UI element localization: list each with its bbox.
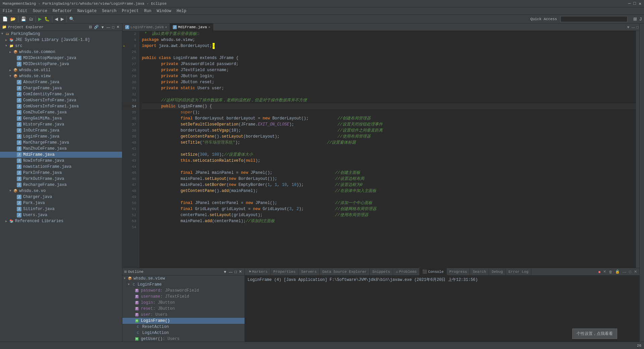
- outline-item-loginframe-method[interactable]: m LoginFrame(): [122, 318, 245, 324]
- tree-item-common[interactable]: ▶ 📦 whsdu.se.common: [0, 49, 122, 55]
- close-btn[interactable]: ✕: [639, 1, 641, 6]
- minimize-btn[interactable]: —: [628, 1, 631, 6]
- tab-problems[interactable]: ⚠ Problems: [393, 268, 420, 276]
- maximize-btn[interactable]: □: [633, 1, 636, 6]
- tree-item-parkin[interactable]: J ParkInFrame.java: [0, 170, 122, 176]
- tree-item-mdiframe[interactable]: J MdiFrame.java: [0, 152, 122, 158]
- outline-item-user[interactable]: f user : Users: [122, 312, 245, 318]
- outline-item-class[interactable]: ▼ C LoginFrame: [122, 282, 245, 288]
- menu-project[interactable]: Project: [119, 8, 141, 14]
- link-btn[interactable]: 🔗: [93, 25, 99, 29]
- console-stop[interactable]: ■: [597, 269, 602, 275]
- tree-item-mdidesktopmanager[interactable]: J MDIDesktopManager.java: [0, 55, 122, 61]
- toolbar-save-all[interactable]: 🗂: [28, 16, 34, 22]
- tree-item-vo[interactable]: ▼ 📦 whsdu.se.vo: [0, 188, 122, 194]
- tree-item-manzhuce[interactable]: J ManZhuCeFrame.java: [0, 146, 122, 152]
- console-terminate[interactable]: ✕: [602, 269, 607, 275]
- outline-item-getuser[interactable]: m getUser() : Users: [122, 336, 245, 342]
- menu-window[interactable]: Window: [154, 8, 174, 14]
- tab-search[interactable]: Search: [470, 268, 489, 276]
- tab-debug[interactable]: Debug: [489, 268, 506, 276]
- outline-item-loginaction[interactable]: C LoginAction: [122, 330, 245, 336]
- tree-item-genggai[interactable]: J GengGaiMiMa.java: [0, 115, 122, 121]
- outline-item-username[interactable]: f username : JTextField: [122, 294, 245, 300]
- menu-refactor[interactable]: Refactor: [50, 8, 75, 14]
- tab-properties[interactable]: Properties: [271, 268, 299, 276]
- tree-item-aboutframe[interactable]: J AboutFrame.java: [0, 79, 122, 85]
- code-content[interactable]: * 该ui类用于显示登录面板□ package whsdu.se.view; i…: [139, 31, 636, 268]
- tab-close[interactable]: ✕: [208, 25, 210, 29]
- tree-item-src[interactable]: ▼ 📁 src: [0, 43, 122, 49]
- minimize-editor[interactable]: —: [631, 24, 636, 30]
- tab-snippets[interactable]: Snippets: [370, 268, 393, 276]
- outline-item-login[interactable]: f login : JButton: [122, 300, 245, 306]
- toolbar-perspectives[interactable]: ⊞: [632, 16, 638, 22]
- console-close[interactable]: ✕: [633, 269, 638, 275]
- tree-item-nowstation[interactable]: J nowstationFrame.java: [0, 164, 122, 170]
- outline-item-reset[interactable]: f reset : JButton: [122, 306, 245, 312]
- tree-item-comidentityframe[interactable]: J ComIdentityFrame.java: [0, 91, 122, 97]
- outline-item-password[interactable]: f password : JPasswordField: [122, 288, 245, 294]
- outline-view-menu[interactable]: ▼: [222, 269, 227, 274]
- collapse-all-btn[interactable]: ⊟: [88, 25, 93, 29]
- tree-item-comusers[interactable]: J ComUsersInfoFrame.java: [0, 97, 122, 103]
- toolbar-forward[interactable]: ▶: [60, 16, 65, 22]
- menu-help[interactable]: Help: [174, 8, 189, 14]
- toolbar-run[interactable]: ▶: [37, 16, 43, 22]
- toolbar-save[interactable]: 💾: [20, 16, 27, 22]
- tab-datasource[interactable]: Data Source Explorer: [320, 268, 370, 276]
- tree-item-mancharge[interactable]: J ManChargeFrame.java: [0, 140, 122, 146]
- tree-item-comzhuce[interactable]: J ComZhuCeFrame.java: [0, 109, 122, 115]
- menu-file[interactable]: File: [0, 8, 15, 14]
- tab-view-menu[interactable]: ▼: [626, 24, 631, 30]
- bottom-notification[interactable]: 个性设置，点我看看: [572, 329, 617, 339]
- toolbar-search[interactable]: 🔍: [68, 16, 75, 22]
- console-clear[interactable]: 🗑: [608, 269, 613, 275]
- tree-item-parkingswing[interactable]: ▼ 🗂 ParkingSwing: [0, 31, 122, 37]
- menu-run[interactable]: Run: [142, 8, 154, 14]
- close-panel-btn[interactable]: ✕: [116, 25, 120, 29]
- tree-item-jre[interactable]: ▶ 📚 JRE System Library [JavaSE-1.8]: [0, 37, 122, 43]
- outline-minimize[interactable]: —: [228, 269, 233, 274]
- tree-item-history[interactable]: J HistoryFrame.java: [0, 121, 122, 128]
- tab-progress[interactable]: Progress: [447, 268, 470, 276]
- menu-search[interactable]: Search: [99, 8, 119, 14]
- toolbar-back[interactable]: ◀: [54, 16, 59, 22]
- window-controls[interactable]: — □ ✕: [628, 1, 641, 6]
- view-menu-btn[interactable]: ▼: [100, 25, 105, 29]
- vertical-scrollbar[interactable]: [636, 31, 639, 268]
- toolbar-open[interactable]: 📂: [9, 16, 17, 22]
- tree-item-util[interactable]: ▶ 📦 whsdu.se.util: [0, 67, 122, 73]
- tree-item-loginframe[interactable]: J LoginFrame.java: [0, 134, 122, 140]
- toolbar-new[interactable]: 📄: [1, 16, 9, 22]
- tree-item-nowinfo[interactable]: J NowInfoFrame.java: [0, 158, 122, 164]
- maximize-panel-btn[interactable]: □: [111, 25, 115, 29]
- minimize-panel-btn[interactable]: —: [106, 25, 111, 29]
- tree-item-reflibs[interactable]: ▶ 📚 Referenced Libraries: [0, 218, 122, 224]
- tree-item-comusers1[interactable]: J ComUsersInfoFrame1.java: [0, 103, 122, 109]
- console-minimize[interactable]: —: [622, 269, 627, 275]
- toolbar-perspective-java[interactable]: J: [639, 16, 643, 22]
- tab-close[interactable]: ✕: [165, 25, 167, 29]
- tab-console[interactable]: ⬛ Console: [420, 268, 446, 276]
- menu-navigate[interactable]: Navigate: [74, 8, 99, 14]
- tree-item-charger[interactable]: J Charger.java: [0, 194, 122, 200]
- tab-loginframe[interactable]: J LoginFrame.java ✕: [122, 23, 170, 31]
- tree-item-users[interactable]: J Users.java: [0, 212, 122, 218]
- menu-source[interactable]: Source: [30, 8, 50, 14]
- outline-item-pkg[interactable]: ▼ 📦 whsdu.se.view: [122, 276, 245, 282]
- tree-item-chargeframe[interactable]: J ChargeFrame.java: [0, 85, 122, 91]
- tree-item-park[interactable]: J Park.java: [0, 200, 122, 206]
- toolbar-debug[interactable]: 🐛: [43, 16, 51, 22]
- outline-close[interactable]: ✕: [238, 269, 243, 274]
- maximize-editor[interactable]: □: [636, 24, 639, 30]
- tab-errorlog[interactable]: Error Log: [506, 268, 531, 276]
- tree-item-mdidesktoppane[interactable]: J MDIDesktopPane.java: [0, 61, 122, 67]
- console-scroll-lock[interactable]: 🔒: [614, 269, 621, 275]
- tab-markers[interactable]: ⚑ Markers: [246, 268, 271, 276]
- console-maximize[interactable]: □: [628, 269, 632, 275]
- tab-mdiframe[interactable]: J MdiFrame.java ✕: [170, 23, 213, 31]
- menu-edit[interactable]: Edit: [15, 8, 30, 14]
- tree-item-view[interactable]: ▼ 📦 whsdu.se.view: [0, 73, 122, 79]
- tree-item-inout[interactable]: J InOutFrame.java: [0, 128, 122, 134]
